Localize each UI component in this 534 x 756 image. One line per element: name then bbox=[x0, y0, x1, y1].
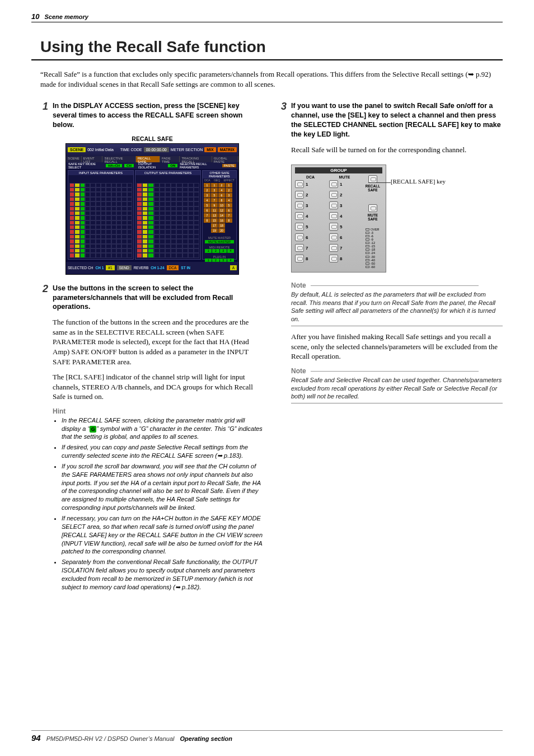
manual-name: PM5D/PM5D-RH V2 / DSP5D Owner’s Manual bbox=[46, 735, 175, 742]
step-1: 1 In the DISPLAY ACCESS section, press t… bbox=[40, 101, 264, 130]
hint-5: Separately from the conventional Recall … bbox=[62, 558, 264, 591]
scene-chip: SCENE bbox=[68, 147, 86, 152]
recall-safe-screenshot: SCENE 002 Initial Data TIME CODE 00:00:0… bbox=[65, 143, 239, 275]
right-para-1: Recall Safe will be turned on for the co… bbox=[291, 145, 503, 155]
note-2-body: Recall Safe and Selective Recall can be … bbox=[291, 376, 503, 401]
step-3: 3 If you want to use the panel to switch… bbox=[279, 101, 503, 139]
note-2-heading: Note bbox=[291, 367, 503, 375]
note-1-heading: Note bbox=[291, 281, 503, 289]
output-safe-panel: OUTPUT SAFE PARAMETERS bbox=[135, 170, 201, 260]
page-top-num: 10 bbox=[31, 12, 39, 21]
leader-line bbox=[368, 182, 391, 183]
mute-4-button[interactable] bbox=[329, 212, 338, 220]
group-panel: GROUP DCA 1 2 3 4 5 6 7 8 MUTE bbox=[291, 165, 386, 273]
intro-paragraph: “Recall Safe” is a function that exclude… bbox=[40, 69, 503, 89]
matrix-chip: MATRIX bbox=[218, 147, 237, 152]
dca-3-button[interactable] bbox=[295, 201, 304, 209]
mute-2-button[interactable] bbox=[329, 191, 338, 199]
screenshot-caption: RECALL SAFE bbox=[40, 135, 264, 142]
dca-5-button[interactable] bbox=[295, 223, 304, 231]
hint-heading: Hint bbox=[53, 407, 264, 415]
step-2-text: Use the buttons in the screen to select … bbox=[53, 284, 264, 312]
side-buttons: RECALL SAFE MUTE SAFE OVER -3 -6 -9 -12 … bbox=[363, 175, 382, 269]
left-column: 1 In the DISPLAY ACCESS section, press t… bbox=[40, 101, 264, 594]
chapter-name: Scene memory bbox=[45, 13, 88, 20]
dca-1-button[interactable] bbox=[295, 180, 304, 188]
level-meter: OVER -3 -6 -9 -12 -15 -18 -24 -30 -40 -5… bbox=[366, 228, 380, 269]
page-title: Using the Recall Safe function bbox=[31, 38, 503, 56]
section-name: Operating section bbox=[180, 735, 233, 742]
screenshot-midrow: SAFE KEY MODE SELECT HA+CH CH OUTPUT ISO… bbox=[66, 162, 238, 169]
screenshot-body: INPUT SAFE PARAMETERS OUTPUT SAFE PARAME… bbox=[66, 169, 238, 261]
step-2-number: 2 bbox=[40, 284, 48, 312]
title-rule bbox=[31, 59, 503, 60]
mute-3-button[interactable] bbox=[329, 201, 338, 209]
right-column: 3 If you want to use the panel to switch… bbox=[279, 101, 503, 594]
step-1-number: 1 bbox=[40, 101, 48, 130]
two-column-layout: 1 In the DISPLAY ACCESS section, press t… bbox=[31, 101, 503, 594]
meter-label: METER SECTION bbox=[171, 148, 203, 152]
hint-list: In the RECALL SAFE screen, clicking the … bbox=[62, 416, 264, 591]
step-3-number: 3 bbox=[279, 101, 287, 139]
head-rule bbox=[31, 22, 503, 22]
hint-1: In the RECALL SAFE screen, clicking the … bbox=[62, 416, 264, 442]
screenshot-topbar: SCENE 002 Initial Data TIME CODE 00:00:0… bbox=[66, 144, 238, 156]
mute-8-button[interactable] bbox=[329, 255, 338, 262]
page-number: 94 bbox=[31, 733, 41, 743]
note-1-rule bbox=[291, 326, 503, 326]
other-safe-panel: OTHER SAFE PARAMETERS DCAGEQEFFECT 1121 … bbox=[202, 170, 237, 260]
group-label: GROUP bbox=[295, 167, 382, 173]
right-para-2: After you have finished making Recall Sa… bbox=[291, 332, 503, 361]
scene-value: 002 Initial Data bbox=[87, 148, 114, 152]
g-icon: G bbox=[90, 426, 96, 433]
dca-8-button[interactable] bbox=[295, 255, 304, 262]
panel-illustration: GROUP DCA 1 2 3 4 5 6 7 8 MUTE bbox=[291, 165, 465, 273]
step-1-text: In the DISPLAY ACCESS section, press the… bbox=[53, 101, 264, 130]
hint-2: If desired, you can copy and paste Selec… bbox=[62, 443, 264, 460]
timecode-value: 00:00:00.00 bbox=[144, 147, 169, 152]
mute-column: MUTE 1 2 3 4 5 6 7 8 bbox=[329, 175, 360, 269]
timecode-label: TIME CODE bbox=[120, 148, 142, 152]
mix-chip: MIX bbox=[204, 147, 216, 152]
recall-safe-callout: [RECALL SAFE] key bbox=[391, 178, 446, 185]
input-grid bbox=[69, 183, 132, 258]
mute-6-button[interactable] bbox=[329, 233, 338, 241]
left-para-2: The [RCL SAFE] indicator of the channel … bbox=[53, 372, 264, 402]
screenshot-tabs: SCENE EVENT LIST SELECTIVE RECALL RECALL… bbox=[66, 156, 238, 162]
step-3-text: If you want to use the panel to switch R… bbox=[291, 101, 503, 139]
note-2-rule bbox=[291, 403, 503, 403]
mute-safe-button[interactable] bbox=[368, 204, 377, 212]
input-safe-panel: INPUT SAFE PARAMETERS bbox=[68, 170, 134, 260]
dca-4-button[interactable] bbox=[295, 212, 304, 220]
step-2: 2 Use the buttons in the screen to selec… bbox=[40, 284, 264, 312]
mute-7-button[interactable] bbox=[329, 244, 338, 252]
left-para-1: The function of the buttons in the scree… bbox=[53, 317, 264, 367]
screenshot-footer: SELECTED CH CH 1 #1 SEND REVERB CH 1-24 … bbox=[66, 262, 238, 274]
mute-5-button[interactable] bbox=[329, 223, 338, 231]
dca-6-button[interactable] bbox=[295, 233, 304, 241]
recall-safe-button[interactable] bbox=[368, 175, 377, 183]
output-grid bbox=[137, 183, 199, 258]
dca-column: DCA 1 2 3 4 5 6 7 8 bbox=[295, 175, 326, 269]
page-footer: 94 PM5D/PM5D-RH V2 / DSP5D Owner’s Manua… bbox=[31, 730, 503, 743]
mute-1-button[interactable] bbox=[329, 180, 338, 188]
running-head: 10 Scene memory bbox=[31, 12, 503, 21]
dca-2-button[interactable] bbox=[295, 191, 304, 199]
hint-3: If you scroll the scroll bar downward, y… bbox=[62, 462, 264, 512]
dca-7-button[interactable] bbox=[295, 244, 304, 252]
note-1-body: By default, ALL is selected as the param… bbox=[291, 290, 503, 323]
hint-4: If necessary, you can turn on the HA+CH … bbox=[62, 514, 264, 556]
